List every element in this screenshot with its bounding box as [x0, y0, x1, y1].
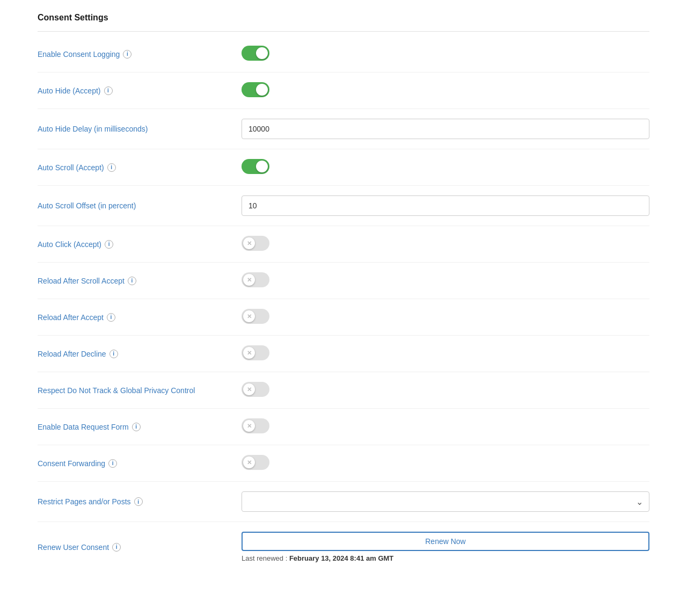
- label-text-enable-consent-logging: Enable Consent Logging: [38, 50, 120, 59]
- input-auto-scroll-offset[interactable]: [242, 195, 649, 216]
- control-reload-after-decline: ✕: [242, 345, 649, 362]
- info-icon-restrict-pages-posts[interactable]: i: [134, 497, 143, 506]
- settings-row-auto-hide-delay: Auto Hide Delay (in milliseconds): [38, 109, 649, 149]
- toggle-track-reload-after-accept: ✕: [242, 309, 269, 324]
- info-icon-enable-data-request-form[interactable]: i: [132, 423, 141, 431]
- control-enable-consent-logging: ✓: [242, 46, 649, 62]
- control-restrict-pages-posts: ⌄: [242, 491, 649, 512]
- control-auto-hide-delay: [242, 119, 649, 139]
- info-icon-renew-user-consent[interactable]: i: [112, 543, 121, 552]
- label-auto-scroll-offset: Auto Scroll Offset (in percent): [38, 201, 242, 210]
- renew-now-button[interactable]: Renew Now: [242, 532, 649, 551]
- label-text-auto-scroll-offset: Auto Scroll Offset (in percent): [38, 201, 136, 210]
- label-text-enable-data-request-form: Enable Data Request Form: [38, 423, 129, 431]
- control-renew-user-consent: Renew NowLast renewed : February 13, 202…: [242, 532, 649, 562]
- toggle-track-reload-after-scroll-accept: ✕: [242, 272, 269, 287]
- toggle-thumb-reload-after-decline: ✕: [243, 347, 255, 359]
- toggle-x-icon: ✕: [247, 350, 252, 357]
- label-enable-data-request-form: Enable Data Request Formi: [38, 423, 242, 431]
- toggle-x-icon: ✕: [247, 423, 252, 430]
- toggle-auto-scroll-accept[interactable]: ✓: [242, 159, 269, 174]
- label-respect-do-not-track: Respect Do Not Track & Global Privacy Co…: [38, 386, 242, 395]
- info-icon-enable-consent-logging[interactable]: i: [123, 50, 131, 59]
- input-auto-hide-delay[interactable]: [242, 119, 649, 139]
- info-icon-auto-scroll-accept[interactable]: i: [107, 163, 116, 172]
- toggle-reload-after-decline[interactable]: ✕: [242, 345, 269, 360]
- settings-row-reload-after-accept: Reload After Accepti✕: [38, 299, 649, 336]
- settings-row-respect-do-not-track: Respect Do Not Track & Global Privacy Co…: [38, 372, 649, 409]
- toggle-x-icon: ✕: [247, 313, 252, 320]
- label-auto-scroll-accept: Auto Scroll (Accept)i: [38, 163, 242, 172]
- label-text-auto-scroll-accept: Auto Scroll (Accept): [38, 163, 104, 172]
- toggle-track-consent-forwarding: ✕: [242, 455, 269, 470]
- control-consent-forwarding: ✕: [242, 455, 649, 472]
- toggle-enable-consent-logging[interactable]: ✓: [242, 46, 269, 61]
- toggle-thumb-enable-data-request-form: ✕: [243, 420, 255, 432]
- control-auto-scroll-offset: [242, 195, 649, 216]
- settings-row-auto-click-accept: Auto Click (Accept)i✕: [38, 226, 649, 263]
- page-container: Consent Settings Enable Consent Loggingi…: [27, 0, 660, 585]
- info-icon-reload-after-scroll-accept[interactable]: i: [128, 277, 136, 285]
- label-text-auto-hide-delay: Auto Hide Delay (in milliseconds): [38, 125, 148, 133]
- label-text-reload-after-decline: Reload After Decline: [38, 350, 106, 358]
- settings-row-auto-scroll-offset: Auto Scroll Offset (in percent): [38, 186, 649, 226]
- info-icon-reload-after-accept[interactable]: i: [107, 313, 115, 322]
- toggle-track-auto-click-accept: ✕: [242, 236, 269, 251]
- label-text-restrict-pages-posts: Restrict Pages and/or Posts: [38, 497, 131, 506]
- toggle-thumb-respect-do-not-track: ✕: [243, 383, 255, 395]
- info-icon-reload-after-decline[interactable]: i: [109, 350, 118, 358]
- toggle-thumb-reload-after-scroll-accept: ✕: [243, 274, 255, 286]
- last-renewed-text: Last renewed : February 13, 2024 8:41 am…: [242, 554, 649, 562]
- select-restrict-pages-posts[interactable]: [242, 491, 649, 512]
- toggle-thumb-consent-forwarding: ✕: [243, 456, 255, 468]
- select-wrapper-restrict-pages-posts: ⌄: [242, 491, 649, 512]
- toggle-track-enable-consent-logging: ✓: [242, 46, 269, 61]
- label-text-consent-forwarding: Consent Forwarding: [38, 459, 105, 468]
- label-text-auto-hide-accept: Auto Hide (Accept): [38, 86, 101, 95]
- label-reload-after-scroll-accept: Reload After Scroll Accepti: [38, 277, 242, 285]
- label-renew-user-consent: Renew User Consenti: [38, 543, 242, 552]
- info-icon-auto-hide-accept[interactable]: i: [104, 86, 113, 95]
- settings-row-reload-after-scroll-accept: Reload After Scroll Accepti✕: [38, 263, 649, 299]
- renew-section: Renew NowLast renewed : February 13, 202…: [242, 532, 649, 562]
- settings-row-restrict-pages-posts: Restrict Pages and/or Postsi⌄: [38, 482, 649, 522]
- info-icon-consent-forwarding[interactable]: i: [108, 459, 117, 468]
- toggle-auto-click-accept[interactable]: ✕: [242, 236, 269, 251]
- toggle-reload-after-scroll-accept[interactable]: ✕: [242, 272, 269, 287]
- toggle-thumb-reload-after-accept: ✕: [243, 310, 255, 322]
- label-enable-consent-logging: Enable Consent Loggingi: [38, 50, 242, 59]
- info-icon-auto-click-accept[interactable]: i: [105, 240, 113, 249]
- control-auto-hide-accept: ✓: [242, 82, 649, 99]
- page-title: Consent Settings: [38, 13, 649, 32]
- toggle-x-icon: ✕: [247, 277, 252, 284]
- settings-row-enable-data-request-form: Enable Data Request Formi✕: [38, 409, 649, 445]
- toggle-thumb-auto-hide-accept: ✓: [256, 84, 268, 96]
- toggle-thumb-auto-click-accept: ✕: [243, 237, 255, 249]
- settings-row-auto-hide-accept: Auto Hide (Accept)i✓: [38, 73, 649, 109]
- label-text-renew-user-consent: Renew User Consent: [38, 543, 109, 552]
- label-text-respect-do-not-track: Respect Do Not Track & Global Privacy Co…: [38, 386, 195, 395]
- last-renewed-date: February 13, 2024 8:41 am GMT: [289, 554, 393, 562]
- toggle-track-reload-after-decline: ✕: [242, 345, 269, 360]
- toggle-consent-forwarding[interactable]: ✕: [242, 455, 269, 470]
- toggle-thumb-enable-consent-logging: ✓: [256, 47, 268, 59]
- label-reload-after-accept: Reload After Accepti: [38, 313, 242, 322]
- toggle-check-icon: ✓: [259, 163, 265, 170]
- toggle-x-icon: ✕: [247, 459, 252, 466]
- label-reload-after-decline: Reload After Declinei: [38, 350, 242, 358]
- toggle-track-respect-do-not-track: ✕: [242, 382, 269, 397]
- control-respect-do-not-track: ✕: [242, 382, 649, 398]
- toggle-auto-hide-accept[interactable]: ✓: [242, 82, 269, 97]
- toggle-track-enable-data-request-form: ✕: [242, 418, 269, 433]
- toggle-track-auto-scroll-accept: ✓: [242, 159, 269, 174]
- label-text-reload-after-accept: Reload After Accept: [38, 313, 104, 322]
- label-auto-hide-accept: Auto Hide (Accept)i: [38, 86, 242, 95]
- toggle-enable-data-request-form[interactable]: ✕: [242, 418, 269, 433]
- label-text-reload-after-scroll-accept: Reload After Scroll Accept: [38, 277, 125, 285]
- settings-row-renew-user-consent: Renew User ConsentiRenew NowLast renewed…: [38, 522, 649, 572]
- toggle-check-icon: ✓: [259, 49, 265, 57]
- toggle-x-icon: ✕: [247, 386, 252, 393]
- toggle-reload-after-accept[interactable]: ✕: [242, 309, 269, 324]
- toggle-respect-do-not-track[interactable]: ✕: [242, 382, 269, 397]
- settings-row-enable-consent-logging: Enable Consent Loggingi✓: [38, 36, 649, 73]
